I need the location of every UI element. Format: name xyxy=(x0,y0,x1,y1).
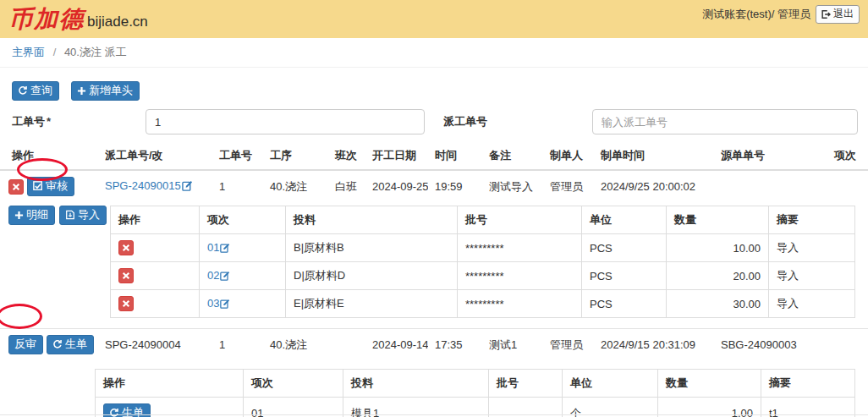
required-asterisk: * xyxy=(47,115,51,128)
col-header-creator: 制单人 xyxy=(543,142,594,170)
dispatch-no-input[interactable] xyxy=(592,109,858,134)
cell-unit: PCS xyxy=(582,262,667,290)
sub-col-unit: 单位 xyxy=(563,370,658,398)
delete-detail-button[interactable] xyxy=(118,268,134,283)
col-header-process: 工序 xyxy=(263,142,328,170)
delete-detail-button[interactable] xyxy=(118,240,134,255)
cell-batch: ********* xyxy=(458,290,582,318)
delete-button[interactable] xyxy=(8,179,24,195)
audit-button[interactable]: 审核 xyxy=(27,177,74,196)
cell-batch: ********* xyxy=(458,234,582,262)
col-header-itemno: 项次 xyxy=(820,142,868,170)
col-header-remark: 备注 xyxy=(482,142,543,170)
cell-time: 17:35 xyxy=(428,329,482,361)
logo[interactable]: 币加德 bijiade.cn xyxy=(8,7,148,32)
toolbar: 查询 新增单头 xyxy=(12,81,868,101)
app-header: 币加德 bijiade.cn 测试账套(test)/ 管理员 退出 xyxy=(0,0,868,38)
cell-creator: 管理员 xyxy=(543,170,594,202)
cell-qty: 20.00 xyxy=(667,262,769,290)
add-header-button[interactable]: 新增单头 xyxy=(71,81,140,101)
account-area: 测试账套(test)/ 管理员 退出 xyxy=(702,5,860,24)
cell-itemno xyxy=(820,170,868,202)
col-header-sourceno: 源单单号 xyxy=(714,142,820,170)
unaudit-button[interactable]: 反审 xyxy=(8,335,43,354)
cell-startdate: 2024-09-14 xyxy=(365,329,428,361)
generate-icon xyxy=(109,408,119,417)
audit-button-label: 审核 xyxy=(46,179,68,193)
dispatch-no-label: 派工单号 xyxy=(443,114,592,129)
breadcrumb-current: 40.浇注 派工 xyxy=(64,46,127,58)
cell-unit: PCS xyxy=(582,290,667,318)
generate-icon xyxy=(52,339,63,349)
doc-no-link[interactable]: SPG-24090015 xyxy=(105,179,181,192)
dispatch-row-2: 反审 生单 SPG-24090004 1 40.浇注 2024-09-14 17… xyxy=(0,329,868,361)
add-detail-button-label: 明细 xyxy=(26,208,48,222)
item-no-link[interactable]: 03 xyxy=(207,297,219,310)
edit-icon[interactable] xyxy=(182,181,193,194)
col-header-shift: 班次 xyxy=(328,142,365,170)
import-button[interactable]: 导入 xyxy=(59,206,107,225)
dispatch-table: 操作 派工单号/改 工单号 工序 班次 开工日期 时间 备注 制单人 制单时间 … xyxy=(0,142,868,202)
cell-createtime: 2024/9/15 20:31:09 xyxy=(594,329,714,361)
bottom-divider xyxy=(0,414,868,415)
cell-qty: 30.00 xyxy=(667,290,769,318)
breadcrumb: 主界面 / 40.浇注 派工 xyxy=(0,38,868,68)
item-no-link[interactable]: 02 xyxy=(207,269,219,282)
logout-button[interactable]: 退出 xyxy=(816,5,860,24)
cell-summary: 导入 xyxy=(769,290,855,318)
generate-order-button[interactable]: 生单 xyxy=(47,335,94,354)
query-button-label: 查询 xyxy=(30,84,52,97)
cell-summary: 导入 xyxy=(769,234,855,262)
cell-itemno xyxy=(820,329,868,361)
cell-docno: SPG-24090004 xyxy=(98,329,212,361)
work-order-input[interactable] xyxy=(146,109,425,134)
cell-batch: ********* xyxy=(458,262,582,290)
breadcrumb-home-link[interactable]: 主界面 xyxy=(12,46,45,58)
cell-remark: 测试导入 xyxy=(482,170,543,202)
cell-qty: 10.00 xyxy=(667,234,769,262)
cell-material: B|原材料B xyxy=(286,234,458,262)
cell-createtime: 2024/9/25 20:00:02 xyxy=(594,170,714,202)
import-icon xyxy=(65,210,75,220)
delete-detail-button[interactable] xyxy=(118,296,134,311)
logout-icon xyxy=(821,9,831,19)
cell-sourceno: SBG-24090003 xyxy=(714,329,820,361)
sub-col-summary: 摘要 xyxy=(769,206,855,234)
logout-label: 退出 xyxy=(833,7,854,21)
material-row: 03 E|原材料E ********* PCS 30.00 导入 xyxy=(111,290,855,318)
item-no-link[interactable]: 01 xyxy=(207,241,219,254)
material-detail-table: 操作 项次 投料 批号 单位 数量 摘要 01 B|原材料B *********… xyxy=(110,206,855,318)
sub-col-batch: 批号 xyxy=(489,370,563,398)
cell-process: 40.浇注 xyxy=(263,329,328,361)
query-button[interactable]: 查询 xyxy=(12,81,59,101)
work-order-label: 工单号* xyxy=(12,114,146,129)
col-header-docno: 派工单号/改 xyxy=(98,142,212,170)
generate-order-label: 生单 xyxy=(122,406,144,417)
filter-form: 工单号* 派工单号 xyxy=(12,109,868,134)
sub-col-material: 投料 xyxy=(286,206,458,234)
import-button-label: 导入 xyxy=(78,208,100,222)
edit-icon[interactable] xyxy=(220,243,230,255)
dispatch-table-header-row: 操作 派工单号/改 工单号 工序 班次 开工日期 时间 备注 制单人 制单时间 … xyxy=(0,142,868,170)
unaudit-button-label: 反审 xyxy=(14,337,36,351)
sub-col-qty: 数量 xyxy=(658,370,761,398)
add-detail-button[interactable]: 明细 xyxy=(8,206,55,225)
edit-icon[interactable] xyxy=(220,299,230,311)
account-label: 测试账套(test)/ 管理员 xyxy=(702,7,810,22)
cell-sourceno xyxy=(714,170,820,202)
work-order-label-text: 工单号 xyxy=(12,115,45,128)
plus-icon xyxy=(14,211,24,220)
edit-icon[interactable] xyxy=(220,271,230,283)
material-row: 02 D|原材料D ********* PCS 20.00 导入 xyxy=(111,262,855,290)
mold-detail-table: 操作 项次 投料 批号 单位 数量 摘要 生单 01 模具1 个 1.00 t1 xyxy=(95,369,855,417)
cell-shift: 白班 xyxy=(328,170,365,202)
logo-domain-text: bijiade.cn xyxy=(87,13,148,32)
cell-workorder: 1 xyxy=(212,170,263,202)
sub-col-item: 项次 xyxy=(244,370,343,398)
cell-unit: PCS xyxy=(582,234,667,262)
check-square-icon xyxy=(33,181,43,191)
cell-startdate: 2024-09-25 xyxy=(365,170,428,202)
cell-workorder: 1 xyxy=(212,329,263,361)
cell-remark: 测试1 xyxy=(482,329,543,361)
breadcrumb-separator: / xyxy=(53,46,57,58)
